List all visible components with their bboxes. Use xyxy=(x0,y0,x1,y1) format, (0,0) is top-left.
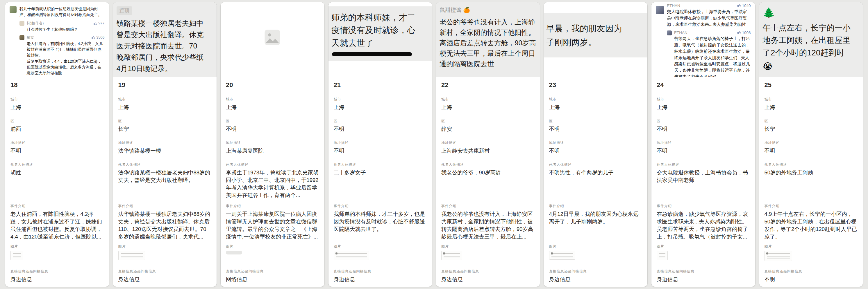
field-value-city: 上海 xyxy=(10,104,104,111)
field-direct: 直接信息还是间接信息 身边信息 xyxy=(334,265,427,285)
cover-text-line: 师弟的本科师妹，才二 xyxy=(331,11,429,24)
reply-name-row: 敏宴3506 xyxy=(27,35,105,40)
field-value-district: 不明 xyxy=(226,125,319,133)
reply-avatar xyxy=(667,31,672,35)
field-label-district: 区 xyxy=(549,119,643,123)
field-event: 事件介绍 4月12日早晨，我的朋友因为心梗永远离开了，儿子刚刚两岁。 xyxy=(549,200,643,240)
image-thumbnail[interactable] xyxy=(118,251,145,260)
card-cover: 鼠甜橙酱 🍊老公的爷爷也没有计入，上海静新村，全家阴的情况下他阳性。离酒店后差点… xyxy=(436,2,540,77)
card-info: 23 城市 上海 区 不明 地址描述 不明 死者大体描述 不明男性，有个两岁的儿… xyxy=(544,77,648,287)
field-deceased: 死者大体描述 我老公的爷爷，90岁高龄 xyxy=(441,158,534,200)
card-info: 24 城市 上海 区 不明 地址描述 不明 死者大体描述 交大电院退休教授，上海… xyxy=(651,77,755,287)
comment-reply: 敏宴3506老人住浦西，有陈旧性脑梗，4.2摔跤，女儿被封在浦东过不了江，妹妹们… xyxy=(20,35,105,76)
field-value-deceased: 50岁的外地务工阿姨 xyxy=(765,169,858,176)
field-address: 地址描述 不明 xyxy=(765,136,858,158)
field-value-direct: 身边信息 xyxy=(657,276,750,283)
card-number: 18 xyxy=(10,81,104,93)
cover-text-area: 🌲午十点左右，长宁的一小地务工阿姨，在出租屋里了2个小时的120赶到时😭 xyxy=(759,2,863,75)
cover-username: 鼠甜橙酱 🍊 xyxy=(439,6,536,14)
field-label-address: 地址描述 xyxy=(226,140,319,145)
card-cover: 早晨，我的朋友因为子刚刚两岁。 xyxy=(544,2,648,77)
image-thumbnail[interactable] xyxy=(765,251,792,261)
field-value-deceased: 不明男性，有个两岁的儿子 xyxy=(549,169,643,176)
gallery-card[interactable]: 我几十年前就认识的一位胡姓朋友也是因为封控、核酸检测等原因没有得到及时救治而死亡… xyxy=(5,2,109,287)
image-thumbnail[interactable] xyxy=(334,251,369,260)
field-direct: 直接信息还是间接信息 身边信息 xyxy=(441,265,534,285)
field-label-city: 城市 xyxy=(226,97,319,102)
cover-text-line: 梗无法去三甲，最后在上个周日 xyxy=(439,48,536,59)
field-label-direct: 直接信息还是间接信息 xyxy=(765,269,858,274)
field-city: 城市 上海 xyxy=(765,93,858,115)
gallery-card[interactable]: 20 城市 上海 区 不明 地址描述 上海某康复医院 死者大体描述 李昶生于19… xyxy=(221,2,324,287)
cover-text-line: 地务工阿姨，在出租屋里 xyxy=(763,34,860,46)
card-cover: ETHAN1040交大电院退休教授，上海书协会员，书法家吴中南老师在急诊病逝，缺… xyxy=(651,2,755,77)
field-deceased: 死者大体描述 交大电院退休教授，上海书协会员，书法家吴中南老师 xyxy=(657,158,750,200)
field-city: 城市 上海 xyxy=(657,93,750,115)
field-value-direct: 身边信息 xyxy=(549,276,643,283)
reply-text: 老人住浦西，有陈旧性脑梗，4.2摔跤，女儿被封在浦东过不了江，妹妹们虽住浦西但也… xyxy=(27,41,105,76)
crying-emoji: 😭 xyxy=(763,61,860,71)
field-value-address: 不明 xyxy=(765,147,858,155)
image-thumbnail[interactable] xyxy=(549,251,575,260)
field-direct: 直接信息还是间接信息 身边信息 xyxy=(10,265,104,285)
gallery-card[interactable]: 师弟的本科师妹，才二疫情没有及时就诊，心天就去世了 21 城市 上海 区 不明 … xyxy=(329,2,432,287)
reply-like-value: 977 xyxy=(98,21,105,25)
comment-thread: 我几十年前就认识的一位胡姓朋友也是因为封控、核酸检测等原因没有得到及时救治而死亡… xyxy=(5,2,109,77)
field-value-direct: 不明 xyxy=(765,276,858,283)
card-cover: 我几十年前就认识的一位胡姓朋友也是因为封控、核酸检测等原因没有得到及时救治而死亡… xyxy=(5,2,109,77)
card-info: 21 城市 上海 区 不明 地址描述 不明 死者大体描述 二十多岁女子 事件介绍… xyxy=(329,77,432,287)
reply-name: ETHAN xyxy=(674,31,687,35)
field-value-deceased: 法华镇路某楼一楼独居老夫妇中88岁的丈夫，曾经是交大出版社翻译。 xyxy=(118,169,212,184)
field-event: 事件介绍 在急诊病逝，缺少氧气等医疗资源，哀求医生求职未果...夫人亦感染为阳性… xyxy=(657,200,750,240)
field-value-deceased: 胡姓 xyxy=(10,169,104,176)
gallery-card[interactable]: 鼠甜橙酱 🍊老公的爷爷也没有计入，上海静新村，全家阴的情况下他阳性。离酒店后差点… xyxy=(436,2,540,287)
field-address: 地址描述 不明 xyxy=(334,136,427,158)
gallery-card[interactable]: 置顶镇路某楼一楼独居老夫妇中曾是交大出版社翻译。休克医无对接医院而去世。70晚敲… xyxy=(113,2,217,287)
field-label-city: 城市 xyxy=(334,97,427,102)
field-direct: 直接信息还是间接信息 网络信息 xyxy=(226,265,319,285)
field-label-deceased: 死者大体描述 xyxy=(226,162,319,167)
field-value-direct: 网络信息 xyxy=(226,276,319,283)
field-label-district: 区 xyxy=(441,119,534,123)
comment-main-row: ETHAN1040交大电院退休教授，上海书协会员，书法家吴中南老师在急诊病逝，缺… xyxy=(656,6,751,77)
redaction-bar xyxy=(332,52,412,56)
field-city: 城市 上海 xyxy=(10,93,104,115)
gallery-card[interactable]: 🌲午十点左右，长宁的一小地务工阿姨，在出租屋里了2个小时的120赶到时😭 25 … xyxy=(759,2,863,287)
cover-text-line: 午十点左右，长宁的一小 xyxy=(763,22,860,34)
field-value-city: 上海 xyxy=(657,104,750,111)
field-label-deceased: 死者大体描述 xyxy=(441,162,534,167)
field-district: 区 不明 xyxy=(549,115,643,136)
reply-text: 什么时候？生了其他疾病吗？ xyxy=(27,27,105,33)
reply-name-row: 柿油(作者)977 xyxy=(27,21,105,26)
field-value-district: 不明 xyxy=(334,125,427,133)
field-value-district: 静安 xyxy=(441,125,534,133)
thumbnail-avatar xyxy=(551,252,553,254)
card-info: 20 城市 上海 区 不明 地址描述 上海某康复医院 死者大体描述 李昶生于19… xyxy=(221,77,324,287)
field-label-direct: 直接信息还是间接信息 xyxy=(549,269,643,274)
cover-text-line: 曾是交大出版社翻译。休克 xyxy=(117,29,213,40)
image-thumbnail[interactable] xyxy=(441,251,462,260)
image-thumbnail[interactable] xyxy=(657,251,668,260)
image-thumbnail[interactable] xyxy=(10,251,23,260)
field-label-city: 城市 xyxy=(765,97,858,102)
gallery-card[interactable]: ETHAN1040交大电院退休教授，上海书协会员，书法家吴中南老师在急诊病逝，缺… xyxy=(651,2,755,287)
field-value-deceased: 李昶生于1973年，曾就读于北京史家胡同小学、北京二中、北京四中，于1992年考… xyxy=(226,169,319,199)
comment-replies: ETHAN1008苦等两天，坐在急诊角落的椅子上，打吊瓶、吸氧气（被封控的子女设… xyxy=(667,31,751,77)
field-value-city: 上海 xyxy=(226,104,319,111)
commenter-name: ETHAN xyxy=(667,3,680,8)
thumbs-up-icon xyxy=(94,22,97,25)
field-image: 图片 xyxy=(549,240,643,265)
comment-replies: 柿油(作者)977什么时候？生了其他疾病吗？敏宴3506老人住浦西，有陈旧性脑梗… xyxy=(20,21,105,76)
field-label-direct: 直接信息还是间接信息 xyxy=(657,269,750,274)
gallery-card[interactable]: 早晨，我的朋友因为子刚刚两岁。 23 城市 上海 区 不明 地址描述 不明 死者… xyxy=(544,2,648,287)
cover-text-panel: 师弟的本科师妹，才二疫情没有及时就诊，心天就去世了 xyxy=(329,6,432,61)
card-number: 23 xyxy=(549,81,643,93)
field-label-deceased: 死者大体描述 xyxy=(657,162,750,167)
cover-text-line: 医无对接医院而去世。70 xyxy=(117,40,213,52)
cover-text-line: 了2个小时的120赶到时 xyxy=(763,46,860,59)
field-district: 区 不明 xyxy=(334,115,427,136)
card-number: 20 xyxy=(226,81,319,93)
image-thumbnail[interactable] xyxy=(226,251,242,254)
card-number: 25 xyxy=(765,81,858,93)
reply-name-row: ETHAN1008 xyxy=(674,31,751,35)
